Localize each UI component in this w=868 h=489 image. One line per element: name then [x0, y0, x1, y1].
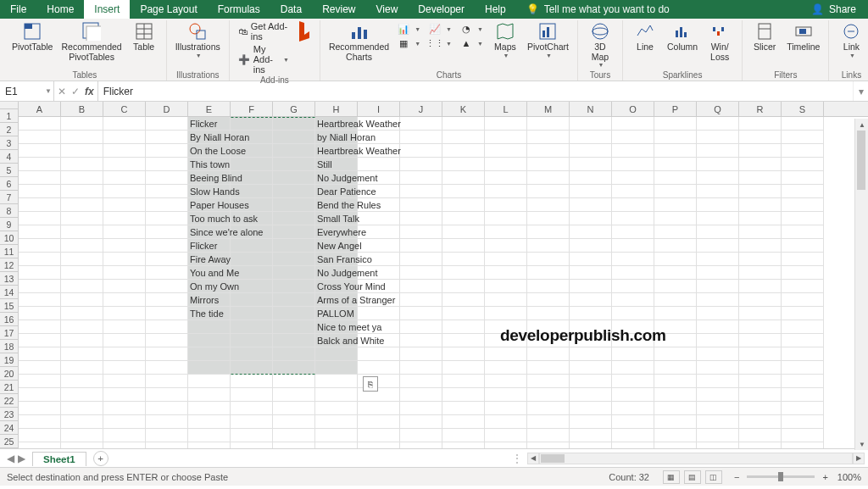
cell[interactable]: [19, 225, 61, 239]
cell[interactable]: [61, 225, 103, 239]
cell[interactable]: [612, 117, 654, 131]
cell[interactable]: [103, 429, 146, 442]
cell[interactable]: [146, 212, 188, 225]
cell[interactable]: [570, 171, 612, 185]
cell[interactable]: [400, 375, 442, 388]
cell[interactable]: [273, 361, 315, 375]
cell[interactable]: No Judgement: [315, 171, 358, 185]
cell[interactable]: [19, 347, 61, 361]
cell[interactable]: [442, 293, 485, 307]
cell[interactable]: [485, 388, 527, 402]
vertical-scrollbar[interactable]: ▲ ▼: [854, 119, 868, 450]
cell[interactable]: [570, 131, 612, 144]
cell[interactable]: Cross Your Mind: [315, 280, 358, 293]
cell[interactable]: [697, 212, 739, 225]
scroll-down-button[interactable]: ▼: [855, 438, 868, 450]
cell[interactable]: [527, 361, 570, 375]
cell[interactable]: [273, 239, 315, 253]
cell[interactable]: [61, 334, 103, 347]
cell[interactable]: Heartbreak Weather: [315, 117, 358, 131]
cell[interactable]: [739, 185, 782, 198]
cell[interactable]: [146, 198, 188, 212]
cell[interactable]: [612, 402, 654, 415]
cell[interactable]: [527, 266, 570, 280]
cell[interactable]: [103, 225, 146, 239]
cell[interactable]: [61, 442, 103, 448]
cell[interactable]: [527, 131, 570, 144]
cell[interactable]: [400, 171, 442, 185]
cell[interactable]: [570, 334, 612, 347]
cell[interactable]: [570, 198, 612, 212]
cell[interactable]: [146, 361, 188, 375]
cell[interactable]: [400, 429, 442, 442]
cell[interactable]: [400, 239, 442, 253]
cell[interactable]: [570, 307, 612, 320]
enter-icon[interactable]: ✓: [71, 86, 80, 97]
cell[interactable]: [19, 388, 61, 402]
cell[interactable]: [782, 293, 824, 307]
cell[interactable]: [570, 212, 612, 225]
column-chart-button[interactable]: 📊▼: [394, 22, 424, 36]
cell[interactable]: [739, 388, 782, 402]
row-header[interactable]: 14: [0, 286, 18, 299]
cell[interactable]: [400, 320, 442, 334]
pie-chart-button[interactable]: ◔▼: [457, 22, 487, 36]
sparkline-column-button[interactable]: Column: [664, 20, 701, 54]
cell[interactable]: [103, 253, 146, 266]
scroll-up-button[interactable]: ▲: [855, 119, 868, 131]
cell[interactable]: [103, 347, 146, 361]
cell[interactable]: [697, 320, 739, 334]
cell[interactable]: [231, 388, 273, 402]
cell[interactable]: [442, 442, 485, 448]
cell[interactable]: [570, 158, 612, 171]
cell[interactable]: [697, 415, 739, 429]
cell[interactable]: [103, 185, 146, 198]
cell[interactable]: [146, 334, 188, 347]
cell[interactable]: [103, 320, 146, 334]
row-header[interactable]: 18: [0, 340, 18, 353]
zoom-slider[interactable]: [747, 475, 815, 478]
cell[interactable]: [61, 320, 103, 334]
column-header[interactable]: J: [400, 102, 442, 116]
cell[interactable]: Small Talk: [315, 212, 358, 225]
cell[interactable]: [273, 185, 315, 198]
column-header[interactable]: C: [103, 102, 146, 116]
tab-review[interactable]: Review: [312, 0, 365, 19]
cell[interactable]: [612, 144, 654, 158]
cell[interactable]: [442, 280, 485, 293]
cell[interactable]: [273, 158, 315, 171]
cell[interactable]: [103, 117, 146, 131]
cell[interactable]: [273, 375, 315, 388]
cell[interactable]: [273, 347, 315, 361]
cell[interactable]: [527, 198, 570, 212]
cell[interactable]: Heartbreak Weather: [315, 144, 358, 158]
cell[interactable]: [527, 375, 570, 388]
scatter-chart-button[interactable]: ⋮⋮▼: [426, 36, 455, 50]
cell[interactable]: [654, 293, 697, 307]
cell[interactable]: Flicker: [188, 239, 231, 253]
cell[interactable]: [400, 361, 442, 375]
cell[interactable]: San Fransico: [315, 253, 358, 266]
cell[interactable]: [442, 158, 485, 171]
cell[interactable]: [442, 375, 485, 388]
cell[interactable]: [697, 266, 739, 280]
cell[interactable]: [19, 158, 61, 171]
cell[interactable]: [442, 307, 485, 320]
cell[interactable]: [739, 171, 782, 185]
bing-maps-button[interactable]: [294, 20, 314, 44]
cell[interactable]: [19, 402, 61, 415]
cell[interactable]: [188, 334, 231, 347]
cell[interactable]: [358, 361, 400, 375]
cell[interactable]: [739, 375, 782, 388]
cell[interactable]: [188, 402, 231, 415]
new-sheet-button[interactable]: +: [93, 451, 108, 466]
link-button[interactable]: Link▼: [834, 20, 868, 60]
horizontal-scroll-thumb[interactable]: [541, 454, 565, 463]
cell[interactable]: [527, 442, 570, 448]
cell[interactable]: [400, 334, 442, 347]
cell[interactable]: [485, 266, 527, 280]
cell[interactable]: [697, 198, 739, 212]
cell[interactable]: [485, 375, 527, 388]
cell[interactable]: [782, 131, 824, 144]
row-headers[interactable]: 1234567891011121314151617181920212223242…: [0, 109, 19, 448]
